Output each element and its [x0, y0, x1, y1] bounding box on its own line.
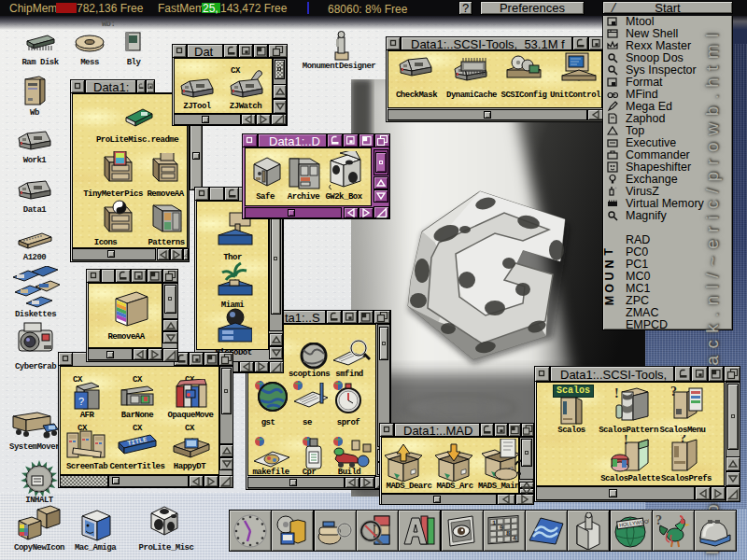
svg-text:!: !: [624, 435, 628, 447]
svg-text:1: 1: [492, 519, 496, 526]
svg-text:?: ?: [78, 396, 84, 407]
svg-text:8: 8: [506, 529, 510, 537]
svg-text:!: !: [614, 386, 619, 400]
svg-text:?: ?: [655, 513, 662, 527]
svg-text:4: 4: [513, 535, 516, 542]
svg-text:9: 9: [500, 525, 503, 532]
svg-text:?: ?: [680, 435, 686, 445]
svg-text:?: ?: [670, 386, 677, 399]
